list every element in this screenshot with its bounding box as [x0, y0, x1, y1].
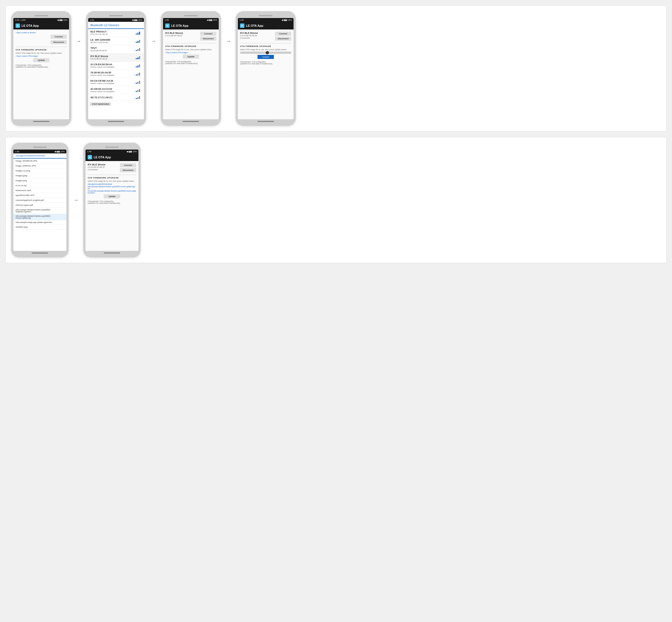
- phone-screen-6: 1:55 ◀ ▮▮▮ 15% B LE OTA App IFX BLE Mous…: [86, 149, 138, 251]
- ble-item-5[interactable]: 79:39:90:20:A9:5F Device name not availa…: [88, 70, 144, 78]
- ble-list: BLE PRIVACY 4F:41:F2:4C:58:1D LE_WH-1000…: [88, 29, 144, 119]
- ota-section-1: OTA FIRMWARE UPGRADE Select OTA image fi…: [15, 47, 67, 68]
- update-btn-3[interactable]: Update: [183, 55, 199, 59]
- device-info-4: IFX BLE Mouse C3:10:8E:0F:68:2F Connecte…: [240, 32, 291, 41]
- ble-item-6[interactable]: 63:C6:CB:BE:A4:25 Device name not availa…: [88, 78, 144, 86]
- status-icons-6: ◀ ▮▮▮ 15%: [127, 150, 137, 153]
- ble-item-8[interactable]: 4D:72:17:C1:A8:C1: [88, 95, 144, 101]
- ota-instruction-6: Select OTA image file to use, then press…: [88, 180, 136, 182]
- device-name-3: IFX BLE Mouse: [165, 32, 183, 34]
- disconnect-btn-4[interactable]: Disconnect: [275, 37, 291, 41]
- update-btn-6[interactable]: Update: [104, 194, 120, 199]
- connect-btn-3[interactable]: Connect: [200, 32, 216, 36]
- arrow-4: →: [73, 143, 78, 203]
- screen-content-4: IFX BLE Mouse C3:10:8E:0F:68:2F Connecte…: [238, 30, 294, 119]
- ota-tap-select-1[interactable]: <Tap to select OTA image>: [15, 55, 67, 57]
- device-info-3: IFX BLE Mouse C3:10:8E:0F:68:2F Connect …: [165, 32, 216, 41]
- app-title-4: LE OTA App: [246, 24, 263, 27]
- signal-1: [136, 40, 142, 43]
- connect-btn-1[interactable]: Connect: [51, 35, 67, 39]
- update-btn-1[interactable]: Update: [33, 58, 49, 62]
- screen-content-3: IFX BLE Mouse C3:10:8E:0F:68:2F Connect …: [163, 30, 219, 119]
- app-icon-6: B: [88, 155, 92, 160]
- ota-slider[interactable]: [240, 51, 291, 54]
- file-item-2[interactable]: images (1).png: [13, 168, 66, 173]
- phone-5: 1:55 ◀ ▮▮▮ 15% /storage/emulated/0/Downl…: [11, 143, 69, 257]
- char-label-3: Characteristic: OTA configuration (a3d05…: [165, 61, 216, 64]
- ble-item-7[interactable]: 4C:D8:92:13:C2:53 Device name not availa…: [88, 86, 144, 95]
- device-name-4: IFX BLE Mouse: [240, 32, 258, 34]
- arrow-1: →: [76, 11, 81, 44]
- status-bar-2: 1:54 ◀ ▮▮▮ 16%: [88, 18, 144, 22]
- status-bar-4: 1:55 ◀ ▮▮▮ 15%: [238, 18, 294, 22]
- status-time-1: 1:54 • 16%: [15, 19, 26, 21]
- status-icons-3: ◀ ▮▮▮ 15%: [207, 19, 217, 21]
- signal-7: [136, 89, 142, 92]
- disconnect-btn-1[interactable]: Disconnect: [51, 40, 67, 44]
- ble-item-3[interactable]: IFX BLE Mouse C3:10:8E:0F:68:2F: [88, 54, 144, 62]
- main-container: 1:54 • 16% ◀ ▮▮▮ 16% B LE OTA App <Tap t…: [5, 5, 667, 263]
- stop-searching-btn[interactable]: STOP SEARCHING: [90, 102, 111, 106]
- status-bar-3: 1:55 ◀ ▮▮▮ 15%: [163, 18, 219, 22]
- app-bar-4: B LE OTA App: [238, 22, 294, 30]
- phone-screen-3: 1:55 ◀ ▮▮▮ 15% B LE OTA App IFX BLE Mous…: [163, 18, 219, 119]
- phone-2: 1:54 ◀ ▮▮▮ 16% Bluetooth LE Devices BLE …: [86, 11, 146, 126]
- ota-title-1: OTA FIRMWARE UPGRADE: [15, 48, 67, 51]
- tap-hint-1[interactable]: <Tap to select a device>: [15, 32, 67, 34]
- signal-2: [136, 48, 142, 51]
- status-icons-1: ◀ ▮▮▮ 16%: [57, 19, 67, 21]
- status-time-3: 1:55: [165, 19, 169, 21]
- file-item-6[interactable]: izzamuzzic.mp3: [13, 188, 66, 193]
- file-item-11[interactable]: mtb-example-bitstack-freertos-cyw20829-m…: [13, 214, 66, 220]
- signal-6: [136, 80, 142, 84]
- ota-instruction-1: Select OTA image file to use, then press…: [15, 52, 67, 54]
- ota-tap-select-3[interactable]: <Tap to select OTA image>: [165, 51, 216, 54]
- file-item-8[interactable]: mementopython3-english.pdf: [13, 198, 66, 203]
- phone-screen-1: 1:54 • 16% ◀ ▮▮▮ 16% B LE OTA App <Tap t…: [13, 18, 69, 119]
- device-status-6: Connected: [88, 168, 106, 171]
- ble-title-bar: Bluetooth LE Devices: [88, 22, 144, 29]
- signal-5: [136, 72, 142, 76]
- signal-8: [136, 96, 142, 99]
- ble-item-1[interactable]: LE_WH-1000XM5 6E:A2:C0:A9:02:A8: [88, 37, 144, 45]
- file-item-0[interactable]: image_50438145.JPG: [13, 159, 66, 164]
- app-bar-1: B LE OTA App: [13, 22, 69, 30]
- device-info-6: IFX BLE Mouse C3:10:8E:0F:68:2F Connecte…: [88, 163, 136, 173]
- ble-item-4[interactable]: 31:C9:E4:D0:59:4A Device name not availa…: [88, 62, 144, 70]
- screen-content-6: IFX BLE Mouse C3:10:8E:0F:68:2F Connecte…: [86, 161, 138, 251]
- signal-0: [136, 31, 142, 35]
- phone-screen-2: 1:54 ◀ ▮▮▮ 16% Bluetooth LE Devices BLE …: [88, 18, 144, 119]
- file-list: image_50438145.JPG image_6483441.JPG ima…: [13, 159, 66, 230]
- ble-item-2[interactable]: TPUT 89:88:88:99:99:99: [88, 45, 144, 54]
- connect-btn-6[interactable]: Connect: [120, 163, 136, 167]
- file-item-5[interactable]: in-su us.zip: [13, 183, 66, 188]
- file-item-1[interactable]: image_6483441.JPG: [13, 164, 66, 168]
- phone-speaker-5: [33, 146, 47, 148]
- signal-4: [136, 64, 142, 67]
- file-item-12[interactable]: mtb-example-empty-app.update.signed.bin: [13, 220, 66, 224]
- disconnect-btn-6[interactable]: Disconnect: [120, 168, 136, 172]
- file-item-10[interactable]: mtb-example-bitstack-freertos-cyw20829-k…: [13, 208, 66, 214]
- home-bar-3: [183, 121, 199, 122]
- status-time-5: 1:55: [15, 150, 20, 153]
- status-icons-5: ◀ ▮▮▮ 15%: [54, 150, 65, 153]
- ble-item-0[interactable]: BLE PRIVACY 4F:41:F2:4C:58:1D: [88, 29, 144, 37]
- file-item-4[interactable]: images.png: [13, 178, 66, 183]
- status-time-2: 1:54: [90, 19, 94, 21]
- home-bar-2: [108, 121, 124, 122]
- phone-screen-5: 1:55 ◀ ▮▮▮ 15% /storage/emulated/0/Downl…: [13, 149, 66, 251]
- disconnect-btn-3[interactable]: Disconnect: [200, 37, 216, 41]
- update-btn-4[interactable]: Update: [258, 55, 274, 59]
- file-item-7[interactable]: kguWDGUWD.JPG: [13, 193, 66, 198]
- file-item-3[interactable]: images.jpeg: [13, 173, 66, 178]
- char-label-4: Characteristic: OTA configuration (a3d05…: [240, 61, 291, 65]
- connect-btn-4[interactable]: Connect: [275, 32, 291, 36]
- device-status-4: Connected: [240, 37, 258, 39]
- status-bar-5: 1:55 ◀ ▮▮▮ 15%: [13, 149, 66, 153]
- arrow-3: →: [226, 11, 231, 44]
- phone-speaker-6: [105, 146, 119, 148]
- file-item-9[interactable]: memory types.pdf: [13, 203, 66, 208]
- bottom-row: 1:55 ◀ ▮▮▮ 15% /storage/emulated/0/Downl…: [5, 137, 667, 263]
- file-item-13[interactable]: nandish.png: [13, 224, 66, 230]
- app-bar-3: B LE OTA App: [163, 22, 219, 30]
